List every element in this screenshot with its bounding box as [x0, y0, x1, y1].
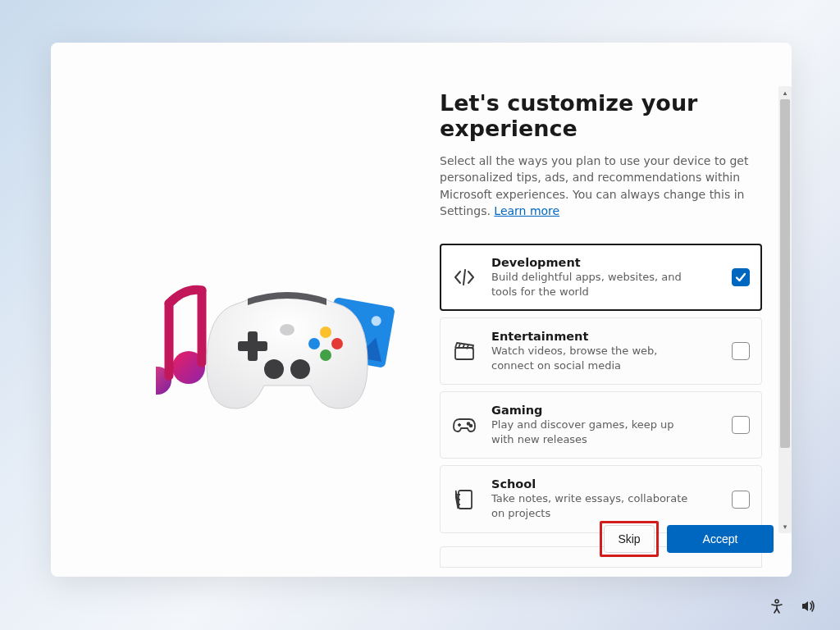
option-desc: Build delightful apps, websites, and too…	[491, 270, 696, 299]
option-development[interactable]: Development Build delightful apps, websi…	[440, 244, 762, 311]
footer-buttons: Skip Accept	[600, 521, 774, 557]
page-title: Let's customize your experience	[440, 90, 792, 141]
svg-point-21	[468, 423, 470, 426]
svg-rect-6	[248, 331, 258, 361]
svg-line-14	[463, 270, 465, 285]
svg-point-11	[280, 324, 294, 336]
checkbox[interactable]	[732, 491, 750, 509]
option-text: Development Build delightful apps, websi…	[491, 256, 717, 299]
notebook-icon	[452, 489, 477, 510]
check-icon	[735, 272, 746, 283]
page-subtitle: Select all the ways you plan to use your…	[440, 153, 776, 219]
gamepad-icon	[452, 417, 477, 433]
scroll-up-icon[interactable]: ▴	[778, 86, 792, 99]
system-tray	[769, 599, 815, 617]
hero-svg	[156, 279, 410, 427]
svg-point-28	[775, 600, 778, 603]
svg-rect-23	[459, 491, 472, 509]
code-icon	[452, 268, 477, 286]
svg-point-12	[264, 359, 284, 379]
svg-rect-15	[455, 348, 473, 359]
option-title: Entertainment	[491, 330, 717, 343]
scrollbar[interactable]: ▴ ▾	[778, 86, 792, 533]
option-title: Development	[491, 256, 717, 269]
skip-button[interactable]: Skip	[604, 525, 655, 553]
svg-point-8	[331, 338, 343, 349]
option-desc: Watch videos, browse the web, connect on…	[491, 344, 696, 372]
checkbox[interactable]	[732, 416, 750, 434]
svg-point-13	[290, 359, 310, 379]
option-desc: Play and discover games, keep up with ne…	[491, 418, 696, 446]
clapperboard-icon	[452, 341, 477, 361]
usage-options: Development Build delightful apps, websi…	[440, 244, 762, 567]
hero-illustration	[156, 279, 410, 427]
setup-card: Let's customize your experience Select a…	[51, 43, 792, 577]
content-pane: Let's customize your experience Select a…	[430, 43, 792, 577]
accessibility-icon[interactable]	[769, 599, 784, 617]
svg-point-9	[308, 338, 320, 349]
option-text: School Take notes, write essays, collabo…	[491, 477, 717, 520]
option-gaming[interactable]: Gaming Play and discover games, keep up …	[440, 391, 762, 459]
volume-icon[interactable]	[801, 599, 815, 617]
option-title: School	[491, 477, 717, 491]
option-desc: Take notes, write essays, collaborate on…	[491, 491, 696, 520]
learn-more-link[interactable]: Learn more	[494, 204, 559, 217]
checkbox[interactable]	[732, 268, 750, 286]
subtitle-text: Select all the ways you plan to use your…	[440, 154, 748, 217]
illustration-pane	[51, 43, 430, 577]
option-title: Gaming	[491, 404, 717, 417]
svg-point-7	[320, 326, 331, 338]
scroll-thumb[interactable]	[780, 99, 790, 448]
svg-line-31	[777, 609, 779, 613]
svg-marker-32	[802, 601, 808, 611]
option-entertainment[interactable]: Entertainment Watch videos, browse the w…	[440, 317, 762, 385]
scroll-down-icon[interactable]: ▾	[778, 520, 792, 533]
option-text: Entertainment Watch videos, browse the w…	[491, 330, 717, 372]
option-text: Gaming Play and discover games, keep up …	[491, 404, 717, 446]
checkbox[interactable]	[732, 342, 750, 360]
svg-point-22	[470, 425, 472, 427]
svg-point-10	[320, 349, 331, 361]
skip-highlight-box: Skip	[600, 521, 659, 557]
accept-button[interactable]: Accept	[667, 525, 774, 553]
